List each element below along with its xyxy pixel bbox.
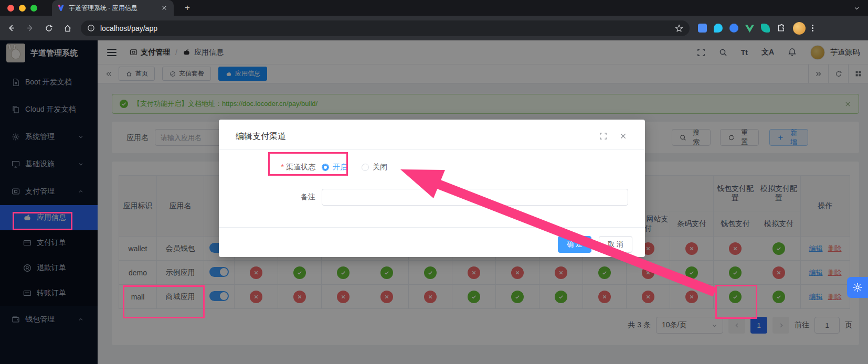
close-window-button[interactable]	[7, 5, 14, 12]
browser-profile-avatar[interactable]	[793, 22, 806, 35]
site-favicon	[57, 4, 65, 12]
screen: 芋道管理系统 - 应用信息 + localhost/pay/app	[0, 0, 868, 364]
dialog-fullscreen-icon[interactable]	[599, 132, 607, 140]
bookmark-star-icon[interactable]	[675, 24, 683, 33]
annotation-box-channel-status	[268, 152, 348, 176]
confirm-button[interactable]: 确 定	[558, 236, 591, 253]
dialog-title: 编辑支付渠道	[236, 131, 286, 142]
window-controls	[7, 5, 37, 12]
edit-channel-dialog: 编辑支付渠道 * 渠道状态 开启 关闭 备注	[219, 120, 645, 257]
address-bar[interactable]: localhost/pay/app	[81, 20, 690, 36]
app-window: 芋道管理系统 Boot 开发文档Cloud 开发文档系统管理基础设施支付管理应用…	[0, 40, 868, 364]
extensions-row	[698, 24, 786, 33]
zoom-window-button[interactable]	[30, 5, 37, 12]
reload-icon[interactable]	[41, 20, 57, 36]
radio-off[interactable]: 关闭	[362, 163, 387, 172]
back-icon[interactable]	[3, 20, 19, 36]
pixel-art-extension-icon[interactable]	[698, 24, 707, 33]
annotation-box-mall-row	[123, 285, 205, 318]
browser-toolbar: localhost/pay/app	[0, 16, 868, 40]
radio-unselected-icon	[362, 164, 369, 171]
dialog-close-icon[interactable]	[619, 132, 627, 140]
gear-icon	[852, 282, 863, 293]
annotation-box-sidebar-app-info	[13, 212, 72, 230]
browser-menu-icon[interactable]	[812, 25, 813, 31]
remark-label: 备注	[301, 192, 315, 202]
layers-extension-icon[interactable]	[761, 24, 770, 33]
cancel-button[interactable]: 取 消	[599, 236, 632, 253]
site-info-icon[interactable]	[87, 24, 95, 32]
tab-search-chevron-icon[interactable]	[851, 3, 862, 13]
minimize-window-button[interactable]	[19, 5, 26, 12]
settings-drawer-button[interactable]	[847, 277, 868, 298]
remark-input[interactable]	[322, 189, 628, 206]
globe-extension-icon[interactable]	[729, 24, 738, 33]
new-tab-button[interactable]: +	[181, 3, 194, 13]
url-text: localhost/pay/app	[100, 24, 157, 33]
puzzle-extensions-icon[interactable]	[777, 24, 786, 33]
dialog-header-divider	[219, 149, 645, 149]
browser-home-icon[interactable]	[60, 20, 76, 36]
vue-devtools-extension-icon[interactable]	[745, 24, 754, 33]
forward-icon[interactable]	[22, 20, 38, 36]
browser-tab-title: 芋道管理系统 - 应用信息	[69, 4, 156, 13]
browser-tab[interactable]: 芋道管理系统 - 应用信息	[52, 0, 174, 16]
dialog-footer-divider	[219, 227, 645, 228]
remark-row: 备注	[219, 189, 645, 206]
water-drop-extension-icon[interactable]	[714, 24, 723, 33]
annotation-box-wallet-pay-cell	[715, 285, 757, 319]
tab-close-icon[interactable]	[160, 4, 168, 12]
browser-tabstrip: 芋道管理系统 - 应用信息 +	[0, 0, 868, 16]
